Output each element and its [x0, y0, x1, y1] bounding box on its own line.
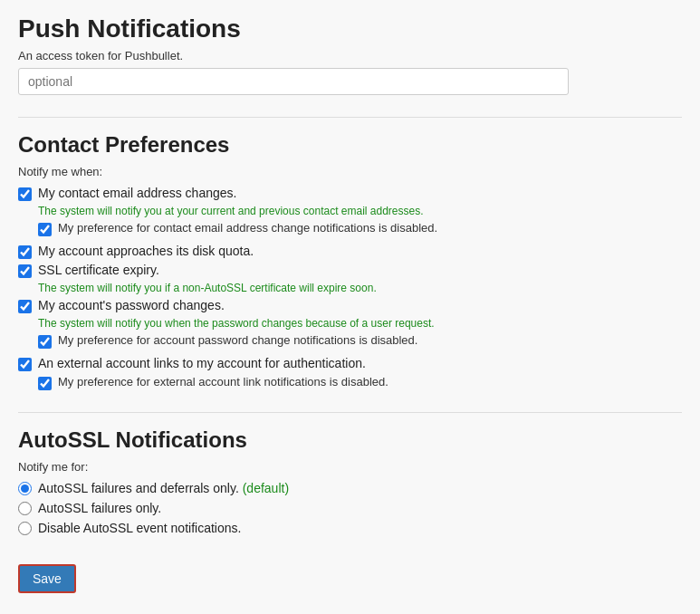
checkbox-external-auth-label: An external account links to my account …	[38, 356, 366, 370]
checkbox-password-changes[interactable]	[18, 300, 32, 313]
sub-checkbox-row-external-auth: My preference for external account link …	[38, 375, 682, 390]
checkbox-email-pref-label: My preference for contact email address …	[58, 221, 437, 235]
access-token-label: An access token for Pushbullet.	[18, 49, 682, 62]
checkbox-password-changes-label: My account's password changes.	[38, 298, 225, 312]
radio-failures-deferrals[interactable]	[18, 482, 32, 495]
checkbox-email-pref[interactable]	[38, 223, 52, 236]
default-badge: (default)	[243, 481, 289, 495]
save-button[interactable]: Save	[18, 564, 76, 593]
checkbox-row-password: My account's password changes.	[18, 298, 682, 313]
sub-checkbox-row-email: My preference for contact email address …	[38, 221, 682, 236]
notify-when-label: Notify me when:	[18, 165, 682, 178]
checkbox-row-disk-quota: My account approaches its disk quota.	[18, 244, 682, 259]
sub-checkbox-row-password: My preference for account password chang…	[38, 333, 682, 349]
divider-2	[18, 412, 682, 413]
radio-row-failures-only: AutoSSL failures only.	[18, 501, 682, 515]
checkbox-email-changes-label: My contact email address changes.	[38, 186, 236, 200]
autossl-title: AutoSSL Notifications	[18, 427, 682, 453]
autossl-section: AutoSSL Notifications Notify me for: Aut…	[18, 427, 682, 535]
checkbox-password-pref[interactable]	[38, 335, 52, 349]
checkbox-email-changes[interactable]	[18, 187, 32, 201]
checkbox-disk-quota[interactable]	[18, 245, 32, 259]
contact-preferences-section: Contact Preferences Notify me when: My c…	[18, 132, 682, 390]
radio-failures-only-label: AutoSSL failures only.	[38, 501, 161, 515]
contact-preferences-title: Contact Preferences	[18, 132, 682, 158]
radio-disable-autossl-label: Disable AutoSSL event notifications.	[38, 521, 241, 535]
helper-ssl-expiry: The system will notify you if a non-Auto…	[38, 282, 682, 294]
checkbox-row-email: My contact email address changes.	[18, 186, 682, 201]
radio-failures-deferrals-label: AutoSSL failures and deferrals only. (de…	[38, 481, 289, 495]
radio-disable-autossl[interactable]	[18, 522, 32, 535]
checkbox-external-auth-pref-label: My preference for external account link …	[58, 375, 388, 389]
checkbox-external-auth-pref[interactable]	[38, 377, 52, 390]
radio-row-failures-deferrals: AutoSSL failures and deferrals only. (de…	[18, 481, 682, 495]
push-notifications-title: Push Notifications	[18, 14, 682, 43]
checkbox-row-external-auth: An external account links to my account …	[18, 356, 682, 371]
push-notifications-section: Push Notifications An access token for P…	[18, 14, 682, 95]
checkbox-ssl-expiry[interactable]	[18, 264, 32, 278]
divider-1	[18, 117, 682, 118]
checkbox-disk-quota-label: My account approaches its disk quota.	[38, 244, 254, 258]
checkbox-password-pref-label: My preference for account password chang…	[58, 333, 417, 347]
checkbox-external-auth[interactable]	[18, 358, 32, 371]
notify-for-label: Notify me for:	[18, 460, 682, 474]
radio-row-disable: Disable AutoSSL event notifications.	[18, 521, 682, 535]
helper-password-changes: The system will notify you when the pass…	[38, 317, 682, 330]
radio-failures-only[interactable]	[18, 502, 32, 515]
helper-email-changes: The system will notify you at your curre…	[38, 205, 682, 217]
checkbox-ssl-expiry-label: SSL certificate expiry.	[38, 263, 159, 277]
pushbullet-token-input[interactable]	[18, 68, 569, 95]
checkbox-row-ssl: SSL certificate expiry.	[18, 263, 682, 278]
